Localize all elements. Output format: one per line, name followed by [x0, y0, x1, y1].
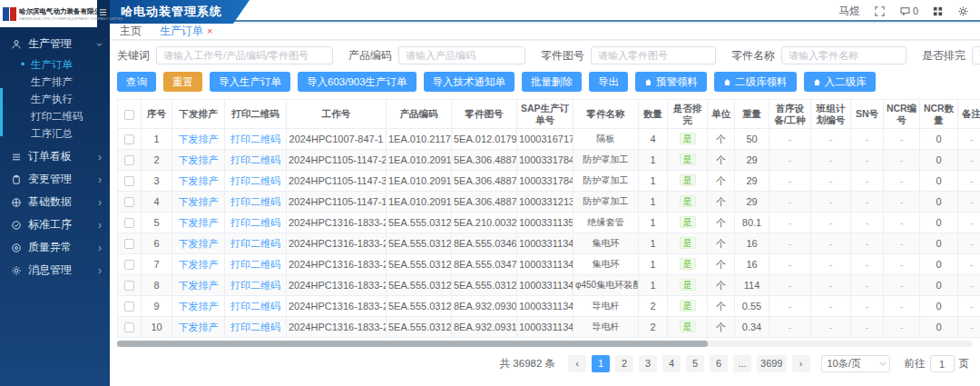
dispatch-link[interactable]: 下发排产 — [179, 280, 219, 291]
sidebar-item-production-management[interactable]: 生产管理› — [0, 33, 110, 55]
apps-grid-icon[interactable] — [932, 5, 944, 17]
row-checkbox[interactable] — [124, 176, 134, 186]
row-checkbox[interactable] — [124, 155, 134, 165]
tab-home[interactable]: 主页 — [120, 24, 142, 39]
button-label: 重置 — [172, 75, 193, 89]
goto-page-input[interactable] — [930, 355, 955, 372]
cell-check — [118, 233, 142, 254]
dispatch-link[interactable]: 下发排产 — [179, 154, 219, 165]
batch-delete-button[interactable]: 批量删除 — [522, 72, 582, 92]
prev-page-button[interactable]: ‹ — [568, 355, 586, 372]
page-button-3699[interactable]: 3699 — [757, 355, 786, 372]
page-button-2[interactable]: 2 — [615, 355, 633, 372]
tab-close-icon[interactable]: × — [207, 26, 212, 36]
export-button[interactable]: 导出 — [589, 72, 628, 92]
dispatch-link[interactable]: 下发排产 — [179, 134, 219, 144]
query-button[interactable]: 查询 — [117, 72, 156, 92]
print-qrcode-link[interactable]: 打印二维码 — [230, 217, 280, 228]
cell-sap_no: 10003311346 — [517, 296, 573, 317]
scheduled-badge: 是 — [680, 279, 696, 291]
page-ellipsis[interactable]: ... — [733, 355, 751, 372]
part-drawing-no-input[interactable] — [591, 46, 716, 64]
schedule-status-select[interactable]: 请选择是否排完 — [972, 46, 980, 64]
clipboard-icon — [11, 174, 22, 185]
tab-production-order[interactable]: 生产订单× — [160, 24, 212, 39]
message-icon[interactable]: 0 — [899, 5, 918, 17]
print-qrcode-link[interactable]: 打印二维码 — [230, 238, 280, 249]
select-all-checkbox[interactable] — [124, 110, 134, 120]
cell-sn: - — [851, 317, 884, 338]
sidebar-subitem-production-scheduling[interactable]: 生产排产 — [0, 74, 110, 91]
print-qrcode-link[interactable]: 打印二维码 — [230, 154, 280, 165]
row-checkbox[interactable] — [124, 260, 134, 270]
sidebar-item-order-board[interactable]: 订单看板› — [0, 145, 110, 168]
sidebar-item-base-data[interactable]: 基础数据› — [0, 191, 110, 213]
cell-weight: 29 — [735, 150, 769, 171]
cell-qty: 1 — [639, 213, 668, 233]
page-button-4[interactable]: 4 — [662, 355, 681, 372]
import-production-order-button[interactable]: 导入生产订单 — [210, 72, 290, 92]
print-qrcode-link[interactable]: 打印二维码 — [230, 175, 280, 186]
row-checkbox[interactable] — [124, 302, 134, 312]
page-button-1[interactable]: 1 — [592, 355, 610, 372]
sidebar-subitem-print-qrcode[interactable]: 打印二维码 — [0, 108, 110, 125]
cell-work_no: 2024HPC1105-1147-2 — [287, 150, 387, 171]
dispatch-link[interactable]: 下发排产 — [179, 322, 219, 332]
sidebar-subitem-process-summary[interactable]: 工序汇总 — [0, 125, 110, 143]
into-secondary-warehouse-button[interactable]: 入二级库 — [804, 72, 876, 92]
table-header-row: 序号下发排产打印二维码工作号产品编码零件图号SAP生产订单号零件名称数量是否排完… — [118, 100, 980, 129]
keyword-input[interactable] — [156, 46, 333, 64]
row-checkbox[interactable] — [124, 218, 134, 228]
fullscreen-icon[interactable] — [874, 5, 886, 17]
print-qrcode-link[interactable]: 打印二维码 — [230, 196, 280, 207]
horizontal-scrollbar-thumb[interactable] — [117, 341, 708, 347]
chevron-down-icon — [879, 360, 886, 366]
cell-print: 打印二维码 — [225, 150, 287, 171]
cell-work_no: 2024HPC1105-1147-3 — [287, 171, 387, 192]
part-name-input[interactable] — [781, 46, 906, 64]
cell-ncr_no: - — [884, 192, 920, 213]
page-size-select[interactable]: 10条/页 — [821, 355, 890, 372]
print-qrcode-link[interactable]: 打印二维码 — [230, 259, 280, 270]
reset-button[interactable]: 重置 — [163, 72, 202, 92]
row-checkbox[interactable] — [124, 281, 134, 291]
table-row: 1下发排产打印二维码2024HPC1007-847-11EA.010.21175… — [118, 129, 980, 150]
dispatch-link[interactable]: 下发排产 — [179, 238, 219, 249]
sidebar-item-change-management[interactable]: 变更管理› — [0, 168, 110, 191]
dispatch-link[interactable]: 下发排产 — [179, 301, 219, 312]
print-qrcode-link[interactable]: 打印二维码 — [230, 280, 280, 291]
warning-material-pick-button[interactable]: 预警领料 — [635, 72, 707, 92]
print-qrcode-link[interactable]: 打印二维码 — [230, 301, 280, 312]
print-qrcode-link[interactable]: 打印二维码 — [230, 134, 280, 144]
dispatch-link[interactable]: 下发排产 — [179, 259, 219, 270]
dispatch-link[interactable]: 下发排产 — [179, 175, 219, 186]
product-code-input[interactable] — [398, 46, 525, 64]
sidebar-item-standard-process[interactable]: 标准工序› — [0, 213, 110, 236]
cell-qty: 1 — [639, 192, 668, 213]
secondary-warehouse-pick-button[interactable]: 二级库领料 — [714, 72, 797, 92]
settings-gear-icon[interactable] — [957, 5, 969, 17]
row-checkbox[interactable] — [124, 239, 134, 249]
page-button-5[interactable]: 5 — [686, 355, 704, 372]
page-button-6[interactable]: 6 — [710, 355, 728, 372]
import-tech-notice-button[interactable]: 导入技术通知单 — [424, 72, 515, 92]
row-checkbox[interactable] — [124, 197, 134, 207]
sidebar-subitem-production-order[interactable]: •生产订单 — [0, 56, 110, 74]
next-page-button[interactable]: › — [792, 355, 810, 372]
sidebar-subitem-production-execution[interactable]: 生产执行 — [0, 91, 110, 108]
row-checkbox[interactable] — [124, 134, 134, 144]
dispatch-link[interactable]: 下发排产 — [179, 217, 219, 228]
filter-part-name: 零件名称 — [731, 46, 906, 64]
button-label: 查询 — [126, 75, 147, 89]
table-row: 10下发排产打印二维码2024HPC1316-1833-25EA.555.031… — [118, 317, 980, 338]
page-button-3[interactable]: 3 — [639, 355, 657, 372]
sidebar-item-quality-exception[interactable]: 质量异常› — [0, 236, 110, 259]
sidebar-scroll-indicator[interactable] — [0, 88, 3, 136]
dispatch-link[interactable]: 下发排产 — [179, 196, 219, 207]
cell-product_code: 1EA.010.2117 — [387, 129, 452, 150]
sidebar-collapse-icon[interactable] — [98, 7, 108, 17]
print-qrcode-link[interactable]: 打印二维码 — [230, 322, 280, 332]
row-checkbox[interactable] — [124, 322, 134, 332]
sidebar-item-message-management[interactable]: 消息管理› — [0, 259, 110, 282]
import-603-903-order-button[interactable]: 导入603/903生产订单 — [298, 72, 416, 92]
